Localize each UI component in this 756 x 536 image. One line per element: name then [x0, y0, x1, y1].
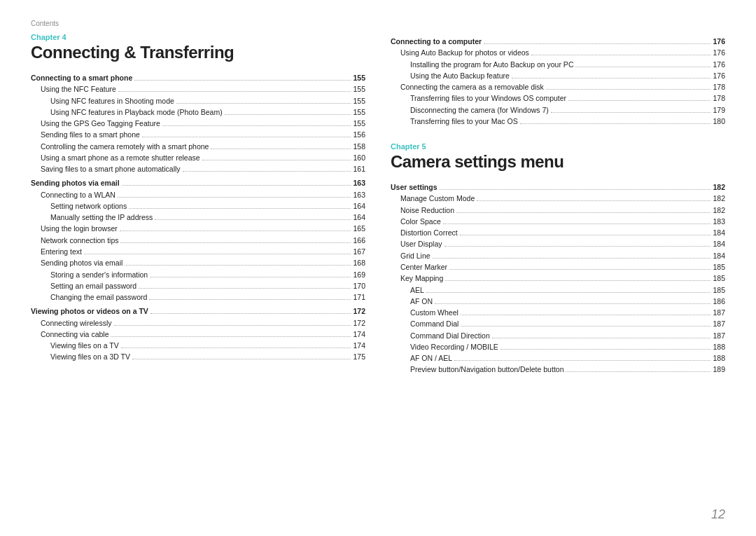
toc-page-number: 184 [713, 227, 725, 238]
toc-entry-label: Using NFC features in Shooting mode [50, 95, 174, 106]
toc-page-number: 184 [713, 250, 725, 261]
toc-entry-label: Preview button/Navigation button/Delete … [410, 364, 564, 375]
toc-entry: Using the Auto Backup feature176 [391, 70, 725, 81]
toc-page-number: 170 [353, 280, 365, 291]
toc-entry: User Display184 [391, 238, 725, 249]
toc-entry-label: Command Dial Direction [410, 330, 490, 341]
toc-dots [426, 292, 711, 293]
toc-page-number: 155 [353, 118, 365, 129]
toc-dots [118, 197, 351, 198]
toc-page-number: 155 [353, 72, 365, 83]
toc-page-number: 176 [713, 36, 725, 47]
toc-dots [500, 349, 711, 350]
toc-dots [566, 371, 710, 372]
toc-entry-label: Entering text [41, 246, 82, 257]
toc-entry: Using NFC features in Playback mode (Pho… [31, 106, 365, 118]
toc-entry-label: Connecting the camera as a removable dis… [400, 81, 544, 92]
toc-page-number: 161 [353, 163, 365, 174]
toc-page-number: 187 [713, 318, 725, 329]
toc-entry: Using the NFC Feature155 [31, 83, 365, 95]
toc-entry: AF ON186 [391, 296, 725, 307]
toc-entry: Using the GPS Geo Tagging Feature155 [31, 118, 365, 129]
toc-entry: Sending files to a smart phone156 [31, 129, 365, 140]
toc-entry: Color Space183 [391, 216, 725, 227]
toc-dots [492, 338, 711, 338]
toc-page-number: 163 [353, 177, 365, 188]
toc-dots [211, 149, 351, 149]
toc-entry: Setting network options164 [31, 200, 365, 212]
toc-entry: Custom Wheel187 [391, 307, 725, 318]
toc-entry-label: Connecting wirelessly [41, 317, 112, 329]
toc-dots [575, 67, 710, 67]
toc-dots [484, 43, 710, 44]
toc-dots [111, 336, 351, 337]
toc-page-number: 155 [353, 83, 365, 95]
page-number: 12 [711, 507, 725, 522]
toc-dots [440, 189, 711, 190]
toc-page-number: 158 [353, 141, 365, 152]
toc-page-number: 167 [353, 246, 365, 257]
toc-page-number: 171 [353, 291, 365, 303]
toc-page-number: 188 [713, 341, 725, 352]
toc-dots [551, 112, 711, 113]
toc-dots [477, 200, 710, 201]
toc-page-number: 187 [713, 307, 725, 318]
toc-dots [120, 231, 351, 231]
toc-entry-label: Changing the email password [50, 291, 147, 303]
toc-dots [114, 325, 351, 326]
toc-page-number: 169 [353, 269, 365, 280]
toc-entry: Connecting to a smart phone155 [31, 72, 365, 83]
toc-page-number: 155 [353, 95, 365, 106]
toc-page-number: 166 [353, 235, 365, 246]
toc-entry-label: Sending files to a smart phone [41, 129, 140, 140]
toc-page-number: 182 [713, 193, 725, 204]
toc-entry: Sending photos via email168 [31, 257, 365, 268]
toc-entry: Viewing files on a TV174 [31, 340, 365, 351]
toc-entry-label: Distortion Correct [400, 227, 458, 238]
right-toc-section2: User settings182Manage Custom Mode182Noi… [391, 179, 725, 376]
toc-page-number: 168 [353, 257, 365, 268]
toc-entry: Viewing photos or videos on a TV172 [31, 305, 365, 317]
toc-dots [461, 315, 711, 315]
toc-entry: User settings182 [391, 181, 725, 193]
toc-dots [149, 299, 351, 300]
toc-entry-label: Manage Custom Mode [400, 193, 475, 204]
toc-entry-label: Saving files to a smart phone automatica… [41, 163, 181, 174]
toc-dots [568, 100, 710, 101]
toc-entry: Using the login browser165 [31, 223, 365, 234]
toc-dots [129, 208, 351, 209]
toc-page-number: 185 [713, 273, 725, 284]
toc-entry-label: Grid Line [400, 250, 430, 261]
toc-page-number: 179 [713, 104, 725, 116]
toc-page-number: 172 [353, 305, 365, 317]
toc-dots [122, 185, 351, 186]
toc-page-number: 176 [713, 59, 725, 70]
chapter4-title: Connecting & Transferring [31, 43, 365, 62]
toc-page-number: 182 [713, 181, 725, 193]
toc-page-number: 160 [353, 152, 365, 163]
toc-entry: Connecting to a computer176 [391, 36, 725, 47]
toc-entry: Transferring files to your Mac OS180 [391, 116, 725, 127]
chapter5-label: Chapter 5 [391, 142, 725, 151]
toc-dots [162, 125, 351, 126]
toc-page-number: 176 [713, 70, 725, 81]
toc-dots [460, 235, 711, 235]
toc-entry: Grid Line184 [391, 250, 725, 261]
toc-entry: Connecting to a WLAN163 [31, 189, 365, 200]
toc-entry: Changing the email password171 [31, 291, 365, 303]
toc-entry: Video Recording / MOBILE188 [391, 341, 725, 352]
toc-entry: AEL185 [391, 284, 725, 296]
toc-entry: Connecting the camera as a removable dis… [391, 81, 725, 92]
toc-entry: Setting an email password170 [31, 280, 365, 291]
toc-entry: Command Dial187 [391, 318, 725, 329]
toc-entry-label: Using Auto Backup for photos or videos [400, 47, 529, 58]
toc-page-number: 156 [353, 129, 365, 140]
toc-dots [531, 55, 711, 55]
toc-dots [155, 219, 351, 220]
toc-entry-label: Using the GPS Geo Tagging Feature [41, 118, 160, 129]
toc-dots [183, 171, 351, 172]
toc-entry-label: Viewing files on a 3D TV [50, 351, 130, 362]
toc-entry-label: Center Marker [400, 261, 447, 273]
toc-page-number: 178 [713, 81, 725, 92]
toc-dots [142, 137, 351, 137]
